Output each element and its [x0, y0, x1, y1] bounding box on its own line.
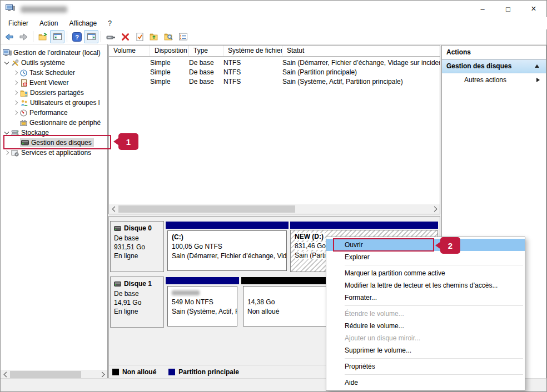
scrollbar-thumb[interactable] — [10, 371, 81, 378]
tree-item-label: Task Scheduler — [29, 69, 75, 77]
menu-item-explorer[interactable]: Explorer — [326, 251, 525, 263]
device-button[interactable] — [103, 30, 118, 43]
tools-icon — [11, 59, 19, 67]
svg-text:?: ? — [75, 33, 79, 40]
menu-item-aide[interactable]: Aide — [326, 376, 525, 389]
disk-type: De base — [114, 234, 163, 243]
properties-list-button[interactable] — [176, 30, 190, 43]
volume-list-horizontal-scrollbar — [109, 204, 440, 214]
chevron-right-icon[interactable] — [12, 69, 18, 76]
folder-search-button[interactable] — [161, 30, 176, 43]
forward-button[interactable] — [16, 30, 31, 43]
chevron-down-icon[interactable] — [3, 59, 9, 66]
table-row-volume-redacted[interactable]: Simple De base NTFS Sain (Système, Actif… — [109, 77, 440, 87]
type-cell: De base — [189, 58, 223, 68]
disk-name: Disque 1 — [124, 280, 152, 288]
chevron-right-icon[interactable] — [12, 99, 18, 106]
close-button[interactable]: × — [521, 1, 546, 17]
menu-affichage[interactable]: Affichage — [63, 18, 102, 28]
toolbar-separator — [33, 31, 33, 42]
column-header-type[interactable]: Type — [189, 46, 223, 56]
tree-item-utilisateurs-groupes[interactable]: Utilisateurs et groupes l — [1, 98, 108, 108]
actions-item-autres-actions[interactable]: Autres actions — [442, 73, 546, 87]
minimize-button[interactable]: – — [470, 1, 495, 17]
column-header-volume[interactable]: Volume — [109, 46, 150, 56]
menu-item-formater[interactable]: Formater... — [326, 292, 525, 304]
menu-fichier[interactable]: Fichier — [3, 18, 34, 28]
status-cell: Sain (Démarrer, Fichier d’échange, Vidag… — [282, 58, 440, 68]
chevron-right-icon — [536, 78, 540, 82]
menu-item-reduire-volume[interactable]: Réduire le volume... — [326, 320, 525, 332]
menu-item-etendre-volume: Étendre le volume... — [326, 308, 525, 320]
tree-item-performance[interactable]: Performance — [1, 108, 108, 118]
console-tree-icon — [53, 32, 62, 41]
partition-c[interactable]: (C:) 100,05 Go NTFS Sain (Démarrer, Fich… — [166, 221, 289, 272]
menu-item-supprimer-volume[interactable]: Supprimer le volume... — [326, 344, 525, 356]
disposition-cell: Simple — [150, 68, 189, 77]
action-pane-toggle-button[interactable] — [84, 30, 98, 43]
column-header-status[interactable]: Statut — [282, 46, 440, 56]
menu-bar: Fichier Action Affichage ? — [1, 17, 547, 29]
disposition-cell: Simple — [150, 77, 189, 87]
check-document-button[interactable] — [132, 30, 147, 43]
annotation-box-step1 — [3, 135, 111, 149]
volume-list-pane: Volume Disposition Type Système de fichi… — [108, 45, 440, 214]
menu-item-modifier-lettre-lecteur[interactable]: Modifier la lettre de lecteur et les che… — [326, 279, 525, 292]
menu-help[interactable]: ? — [102, 18, 117, 28]
computer-icon — [3, 49, 12, 57]
partition-status: Sain (Système, Actif, P — [172, 307, 237, 316]
console-tree-pane: Gestion de l’ordinateur (local) Outils s… — [1, 44, 108, 379]
chevron-right-icon[interactable] — [12, 89, 18, 96]
console-tree-toggle-button[interactable] — [50, 30, 64, 43]
tree-item-label: Gestion de l’ordinateur (local) — [13, 49, 101, 57]
tree-item-dossiers-partages[interactable]: Dossiers partagés — [1, 88, 108, 98]
column-header-filesystem[interactable]: Système de fichiers — [223, 46, 282, 56]
menu-item-marquer-partition-active[interactable]: Marquer la partition comme active — [326, 267, 525, 279]
scroll-right-arrow[interactable] — [430, 204, 440, 214]
actions-section-gestion-des-disques[interactable]: Gestion des disques — [442, 59, 546, 73]
tree-item-event-viewer[interactable]: Event Viewer — [1, 78, 108, 88]
export-folder-icon — [38, 32, 48, 42]
scrollbar-thumb[interactable] — [118, 205, 295, 213]
delete-button[interactable] — [118, 30, 132, 43]
tree-item-outils-systeme[interactable]: Outils système — [1, 58, 108, 68]
maximize-button[interactable]: □ — [495, 1, 521, 17]
tree-root-computer-management[interactable]: Gestion de l’ordinateur (local) — [1, 48, 108, 58]
computer-management-window: – □ × Fichier Action Affichage ? — [0, 0, 547, 392]
chevron-right-icon[interactable] — [3, 149, 9, 156]
annotation-badge-step2: 2 — [440, 237, 460, 254]
legend-label: Non alloué — [122, 368, 156, 376]
disk-1-label-cell[interactable]: Disque 1 De base 14,91 Go En ligne — [110, 277, 164, 328]
table-row-volume-c[interactable]: (C:) Simple De base NTFS Sain (Démarrer,… — [109, 58, 440, 68]
export-folder-button[interactable] — [36, 30, 50, 43]
scroll-left-arrow[interactable] — [109, 204, 118, 214]
disk-0-label-cell[interactable]: Disque 0 De base 931,51 Go En ligne — [110, 221, 164, 272]
chevron-up-icon — [535, 64, 539, 68]
tree-item-task-scheduler[interactable]: Task Scheduler — [1, 68, 108, 78]
window-title-redacted — [21, 6, 67, 13]
performance-icon — [20, 109, 28, 117]
help-button[interactable]: ? — [69, 30, 84, 43]
action-pane-icon — [87, 32, 96, 41]
chevron-right-icon[interactable] — [12, 109, 18, 116]
menu-item-proprietes[interactable]: Propriétés — [326, 360, 525, 373]
filesystem-cell: NTFS — [223, 58, 282, 68]
table-row-volume-new-d[interactable]: NEW (D:) Simple De base NTFS Sain (Parti… — [109, 68, 440, 77]
chevron-right-icon[interactable] — [12, 79, 18, 86]
partition-context-menu: Ouvrir Explorer Marquer la partition com… — [326, 237, 525, 391]
back-icon — [4, 32, 14, 42]
tree-item-gestionnaire-peripheriques[interactable]: Gestionnaire de périphé — [1, 118, 108, 128]
disk-status: En ligne — [114, 307, 163, 316]
menu-item-ajouter-disque-miroir: Ajouter un disque miroir... — [326, 332, 525, 344]
folder-up-button[interactable] — [147, 30, 161, 43]
event-viewer-icon — [20, 79, 28, 87]
menu-action[interactable]: Action — [34, 18, 63, 28]
menu-separator — [345, 374, 523, 375]
partition-size: 831,46 Go — [295, 242, 327, 250]
column-header-disposition[interactable]: Disposition — [150, 46, 189, 56]
partition-system-reserved[interactable]: 549 Mo NTFS Sain (Système, Actif, P — [166, 277, 239, 328]
actions-pane-title: Actions — [442, 46, 546, 59]
redacted-partition-name — [172, 290, 200, 295]
annotation-box-step2 — [333, 238, 434, 252]
back-button[interactable] — [2, 30, 16, 43]
